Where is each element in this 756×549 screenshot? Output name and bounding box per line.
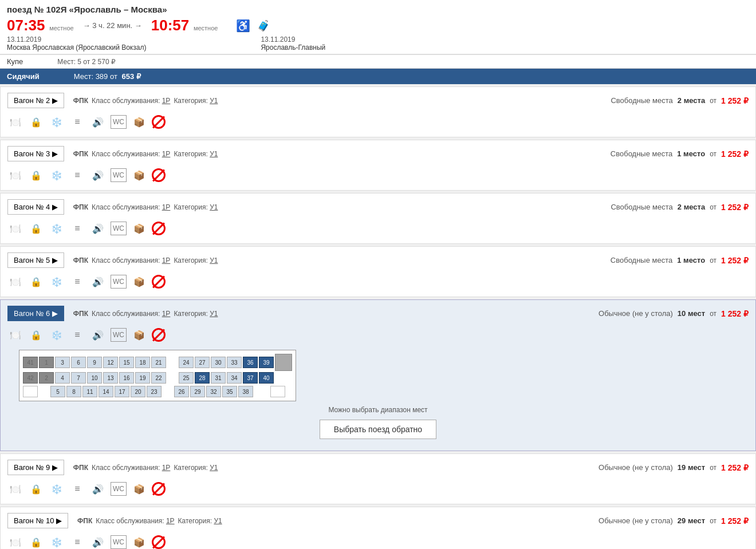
wagon-header-9: Вагон № 9 ▶ ФПК Класс обслуживания: 1Р К… <box>7 460 749 475</box>
seat-6[interactable]: 6 <box>71 357 86 368</box>
luggage2-icon: 📦 <box>131 115 147 129</box>
arr-station: Ярославль-Главный <box>261 44 325 52</box>
seat-1[interactable]: 1 <box>39 357 54 368</box>
seat-38[interactable]: 38 <box>238 386 253 397</box>
luggage-icon: 🧳 <box>257 19 270 32</box>
seat-3[interactable]: 3 <box>55 357 70 368</box>
wagon-btn-6[interactable]: Вагон № 6 ▶ <box>7 306 64 321</box>
no-smoking-icon <box>152 482 166 496</box>
seat-5[interactable]: 5 <box>50 386 65 397</box>
wagon-availability-9: Обычное (не у стола) 19 мест от 1 252 ₽ <box>598 463 749 472</box>
seat-17[interactable]: 17 <box>115 386 129 397</box>
blanket-icon: ≡ <box>69 222 85 235</box>
select-return-container: Выбрать поезд обратно <box>7 420 749 439</box>
seat-27[interactable]: 27 <box>195 357 210 368</box>
seat-19[interactable]: 19 <box>135 372 150 384</box>
seat-8[interactable]: 8 <box>66 386 81 397</box>
seat-29[interactable]: 29 <box>190 386 205 397</box>
amenities-6: 🍽️ 🔒 ❄️ ≡ 🔊 WC 📦 <box>7 326 749 344</box>
wagon-info-2: ФПК Класс обслуживания: 1Р Категория: У1 <box>73 97 602 105</box>
blanket-icon: ≡ <box>69 482 85 496</box>
seat-35[interactable]: 35 <box>222 386 237 397</box>
seat-37[interactable]: 37 <box>243 372 258 384</box>
wagon-info-5: ФПК Класс обслуживания: 1Р Категория: У1 <box>73 256 601 264</box>
train-number: № 102Я «Ярославль – Москва» <box>34 5 167 14</box>
seat-39[interactable]: 39 <box>259 357 274 368</box>
seat-4[interactable]: 4 <box>55 372 70 384</box>
train-label: поезд <box>7 5 32 14</box>
seat-36[interactable]: 36 <box>243 357 258 368</box>
seat-25[interactable]: 25 <box>179 372 194 384</box>
wagon-btn-2[interactable]: Вагон № 2 ▶ <box>7 93 64 108</box>
lock-icon: 🔒 <box>28 275 44 289</box>
sidyachiy-bar[interactable]: Сидячий Мест: 389 от 653 ₽ <box>0 69 756 84</box>
seat-16[interactable]: 16 <box>119 372 134 384</box>
seat-41[interactable]: 41 <box>23 357 38 368</box>
wagon-header-3: Вагон № 3 ▶ ФПК Класс обслуживания: 1Р К… <box>7 146 749 161</box>
seat-7[interactable]: 7 <box>71 372 86 384</box>
kuppe-seats-info: Мест: 5 от 2 570 ₽ <box>57 58 116 66</box>
amenities-10: 🍽️ 🔒 ❄️ ≡ 🔊 WC 📦 <box>7 533 749 549</box>
seat-10[interactable]: 10 <box>87 372 102 384</box>
wagon-header-5: Вагон № 5 ▶ ФПК Класс обслуживания: 1Р К… <box>7 252 749 268</box>
no-smoking-icon <box>152 115 166 129</box>
seat-24[interactable]: 24 <box>179 357 194 368</box>
luggage2-icon: 📦 <box>131 535 147 549</box>
arr-local: местное <box>194 25 218 31</box>
wagon-availability-5: Свободные места 1 место от 1 252 ₽ <box>611 256 749 265</box>
lock-icon: 🔒 <box>28 222 44 235</box>
wagon-info-6: ФПК Класс обслуживания: 1Р Категория: У1 <box>73 310 589 318</box>
wagon-btn-3[interactable]: Вагон № 3 ▶ <box>7 146 64 161</box>
lock-icon: 🔒 <box>28 328 44 342</box>
seat-9[interactable]: 9 <box>87 357 102 368</box>
seat-11[interactable]: 11 <box>82 386 97 397</box>
wagon-card-3: Вагон № 3 ▶ ФПК Класс обслуживания: 1Р К… <box>0 140 756 191</box>
seat-21[interactable]: 21 <box>151 357 166 368</box>
wagon-availability-2: Свободные места 2 места от 1 252 ₽ <box>611 96 749 105</box>
seat-33[interactable]: 33 <box>227 357 242 368</box>
audio-icon: 🔊 <box>90 328 106 342</box>
seat-32[interactable]: 32 <box>206 386 221 397</box>
seat-12[interactable]: 12 <box>103 357 118 368</box>
kuppe-type: Купе <box>7 57 23 66</box>
seat-23[interactable]: 23 <box>147 386 162 397</box>
seat-40[interactable]: 40 <box>259 372 274 384</box>
seat-28[interactable]: 28 <box>195 372 210 384</box>
wagon-btn-9[interactable]: Вагон № 9 ▶ <box>7 460 64 475</box>
seat-31[interactable]: 31 <box>211 372 226 384</box>
select-return-btn[interactable]: Выбрать поезд обратно <box>320 420 436 439</box>
seat-18[interactable]: 18 <box>135 357 150 368</box>
wagon-btn-5[interactable]: Вагон № 5 ▶ <box>7 252 64 268</box>
seat-26[interactable]: 26 <box>174 386 189 397</box>
seat-42[interactable]: 42 <box>23 372 38 384</box>
wagon-btn-10[interactable]: Вагон № 10 ▶ <box>7 513 68 528</box>
audio-icon: 🔊 <box>90 115 106 129</box>
seat-13[interactable]: 13 <box>103 372 118 384</box>
wagon-info-3: ФПК Класс обслуживания: 1Р Категория: У1 <box>73 150 601 158</box>
seat-14[interactable]: 14 <box>99 386 113 397</box>
amenities-9: 🍽️ 🔒 ❄️ ≡ 🔊 WC 📦 <box>7 480 749 498</box>
seat-34[interactable]: 34 <box>227 372 242 384</box>
seat-30[interactable]: 30 <box>211 357 226 368</box>
audio-icon: 🔊 <box>90 222 106 235</box>
dates-row: 13.11.2019 Москва Ярославская (Ярославск… <box>7 35 749 52</box>
seat-row-top1: 41 1 3 6 9 12 15 18 21 24 27 30 33 36 39 <box>23 354 292 371</box>
duration: → 3 ч. 22 мин. → <box>83 21 142 30</box>
blanket-icon: ≡ <box>69 115 85 129</box>
snowflake-icon: ❄️ <box>49 168 65 182</box>
food-icon: 🍽️ <box>7 168 23 182</box>
seat-2[interactable]: 2 <box>39 372 54 384</box>
wagon-btn-4[interactable]: Вагон № 4 ▶ <box>7 199 64 215</box>
dep-date: 13.11.2019 <box>7 35 146 44</box>
seat-22[interactable]: 22 <box>151 372 166 384</box>
luggage2-icon: 📦 <box>131 275 147 289</box>
lock-icon: 🔒 <box>28 115 44 129</box>
wheelchair-icon: ♿ <box>236 19 250 33</box>
audio-icon: 🔊 <box>90 168 106 182</box>
wagon-info-9: ФПК Класс обслуживания: 1Р Категория: У1 <box>73 464 589 472</box>
snowflake-icon: ❄️ <box>49 328 65 342</box>
seat-15[interactable]: 15 <box>119 357 134 368</box>
no-smoking-icon <box>152 222 166 235</box>
seat-20[interactable]: 20 <box>131 386 145 397</box>
wc-icon: WC <box>111 275 127 289</box>
